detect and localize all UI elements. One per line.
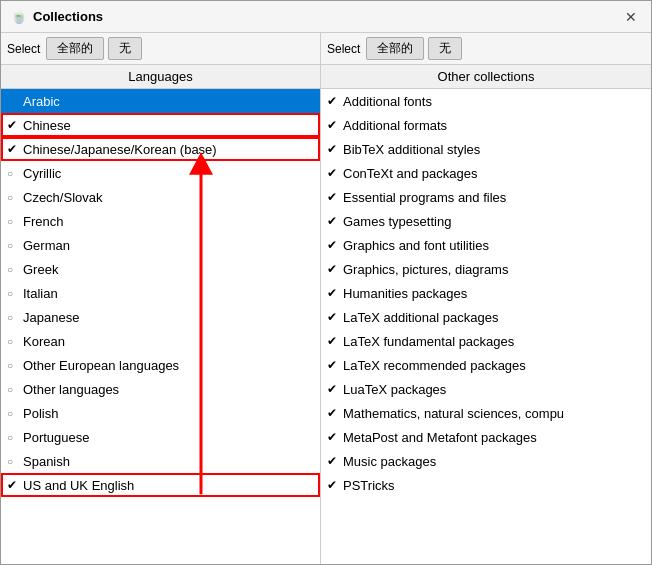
item-label: French xyxy=(23,214,314,229)
item-label: Spanish xyxy=(23,454,314,469)
left-list-item-french[interactable]: ○French xyxy=(1,209,320,233)
right-list-item-additional-formats[interactable]: ✔Additional formats xyxy=(321,113,651,137)
item-label: LaTeX fundamental packages xyxy=(343,334,645,349)
item-check-icon: ✔ xyxy=(327,286,343,300)
right-panel: Select 全部的 无 Other collections ✔Addition… xyxy=(321,33,651,564)
item-check-icon: ○ xyxy=(7,288,23,299)
item-label: US and UK English xyxy=(23,478,314,493)
right-list-item-latex-additional[interactable]: ✔LaTeX additional packages xyxy=(321,305,651,329)
left-panel: Select 全部的 无 Languages Arabic✔Chinese✔Ch… xyxy=(1,33,321,564)
left-list-item-us-uk-english[interactable]: ✔US and UK English xyxy=(1,473,320,497)
item-check-icon: ○ xyxy=(7,336,23,347)
left-toolbar: Select 全部的 无 xyxy=(1,33,320,65)
item-check-icon: ✔ xyxy=(7,142,23,156)
item-label: Music packages xyxy=(343,454,645,469)
right-panel-header: Other collections xyxy=(321,65,651,89)
left-panel-header: Languages xyxy=(1,65,320,89)
left-list-item-chinese[interactable]: ✔Chinese xyxy=(1,113,320,137)
left-list-item-portuguese[interactable]: ○Portuguese xyxy=(1,425,320,449)
item-check-icon: ✔ xyxy=(327,238,343,252)
left-list-item-japanese[interactable]: ○Japanese xyxy=(1,305,320,329)
item-check-icon: ✔ xyxy=(327,334,343,348)
right-list-item-graphics-font-utilities[interactable]: ✔Graphics and font utilities xyxy=(321,233,651,257)
item-label: Greek xyxy=(23,262,314,277)
item-label: Additional formats xyxy=(343,118,645,133)
right-list-item-music-packages[interactable]: ✔Music packages xyxy=(321,449,651,473)
item-check-icon: ✔ xyxy=(7,118,23,132)
item-label: Other European languages xyxy=(23,358,314,373)
left-list-item-german[interactable]: ○German xyxy=(1,233,320,257)
item-label: Mathematics, natural sciences, compu xyxy=(343,406,645,421)
right-list-item-latex-recommended[interactable]: ✔LaTeX recommended packages xyxy=(321,353,651,377)
main-content: Select 全部的 无 Languages Arabic✔Chinese✔Ch… xyxy=(1,33,651,564)
item-check-icon: ✔ xyxy=(327,382,343,396)
item-check-icon: ✔ xyxy=(327,166,343,180)
title-bar: 🍵 Collections ✕ xyxy=(1,1,651,33)
item-check-icon: ○ xyxy=(7,312,23,323)
close-button[interactable]: ✕ xyxy=(621,7,641,27)
item-check-icon: ○ xyxy=(7,216,23,227)
window-title: Collections xyxy=(33,9,103,24)
item-check-icon: ✔ xyxy=(327,94,343,108)
left-list: Arabic✔Chinese✔Chinese/Japanese/Korean (… xyxy=(1,89,320,564)
item-label: Humanities packages xyxy=(343,286,645,301)
item-label: Graphics, pictures, diagrams xyxy=(343,262,645,277)
title-bar-left: 🍵 Collections xyxy=(11,9,103,25)
left-list-item-spanish[interactable]: ○Spanish xyxy=(1,449,320,473)
right-list: ✔Additional fonts✔Additional formats✔Bib… xyxy=(321,89,651,564)
right-all-button[interactable]: 全部的 xyxy=(366,37,424,60)
right-list-item-pstricks[interactable]: ✔PSTricks xyxy=(321,473,651,497)
right-none-button[interactable]: 无 xyxy=(428,37,462,60)
right-list-item-humanities-packages[interactable]: ✔Humanities packages xyxy=(321,281,651,305)
item-label: Chinese xyxy=(23,118,314,133)
right-select-label: Select xyxy=(327,42,360,56)
item-label: MetaPost and Metafont packages xyxy=(343,430,645,445)
right-list-item-mathematics-sciences[interactable]: ✔Mathematics, natural sciences, compu xyxy=(321,401,651,425)
left-list-item-greek[interactable]: ○Greek xyxy=(1,257,320,281)
right-list-item-luatex-packages[interactable]: ✔LuaTeX packages xyxy=(321,377,651,401)
item-label: PSTricks xyxy=(343,478,645,493)
item-label: Essential programs and files xyxy=(343,190,645,205)
left-list-item-czech-slovak[interactable]: ○Czech/Slovak xyxy=(1,185,320,209)
right-list-item-essential-programs[interactable]: ✔Essential programs and files xyxy=(321,185,651,209)
right-list-item-latex-fundamental[interactable]: ✔LaTeX fundamental packages xyxy=(321,329,651,353)
left-list-item-other-european[interactable]: ○Other European languages xyxy=(1,353,320,377)
item-label: Chinese/Japanese/Korean (base) xyxy=(23,142,314,157)
item-check-icon: ○ xyxy=(7,408,23,419)
main-window: 🍵 Collections ✕ Select 全部的 无 Languages A… xyxy=(0,0,652,565)
left-none-button[interactable]: 无 xyxy=(108,37,142,60)
item-label: LaTeX additional packages xyxy=(343,310,645,325)
left-list-item-arabic[interactable]: Arabic xyxy=(1,89,320,113)
right-list-item-games-typesetting[interactable]: ✔Games typesetting xyxy=(321,209,651,233)
item-check-icon: ✔ xyxy=(7,478,23,492)
left-list-item-other-languages[interactable]: ○Other languages xyxy=(1,377,320,401)
right-list-item-graphics-pictures-diagrams[interactable]: ✔Graphics, pictures, diagrams xyxy=(321,257,651,281)
left-list-item-chinese-japanese-korean[interactable]: ✔Chinese/Japanese/Korean (base) xyxy=(1,137,320,161)
item-check-icon: ✔ xyxy=(327,190,343,204)
left-list-item-italian[interactable]: ○Italian xyxy=(1,281,320,305)
right-list-item-context-packages[interactable]: ✔ConTeXt and packages xyxy=(321,161,651,185)
right-list-item-bibtex-styles[interactable]: ✔BibTeX additional styles xyxy=(321,137,651,161)
right-list-item-metapost-metafont[interactable]: ✔MetaPost and Metafont packages xyxy=(321,425,651,449)
item-check-icon: ✔ xyxy=(327,406,343,420)
item-check-icon: ○ xyxy=(7,360,23,371)
item-check-icon: ○ xyxy=(7,432,23,443)
item-label: Other languages xyxy=(23,382,314,397)
item-check-icon: ✔ xyxy=(327,142,343,156)
item-check-icon: ○ xyxy=(7,456,23,467)
left-list-item-cyrillic[interactable]: ○Cyrillic xyxy=(1,161,320,185)
left-list-item-polish[interactable]: ○Polish xyxy=(1,401,320,425)
left-all-button[interactable]: 全部的 xyxy=(46,37,104,60)
item-check-icon: ✔ xyxy=(327,430,343,444)
item-check-icon: ○ xyxy=(7,192,23,203)
left-list-item-korean[interactable]: ○Korean xyxy=(1,329,320,353)
item-label: Arabic xyxy=(23,94,314,109)
item-label: Games typesetting xyxy=(343,214,645,229)
item-check-icon: ✔ xyxy=(327,310,343,324)
item-label: LuaTeX packages xyxy=(343,382,645,397)
app-icon: 🍵 xyxy=(11,9,27,25)
right-toolbar: Select 全部的 无 xyxy=(321,33,651,65)
item-check-icon: ○ xyxy=(7,168,23,179)
right-list-item-additional-fonts[interactable]: ✔Additional fonts xyxy=(321,89,651,113)
left-select-label: Select xyxy=(7,42,40,56)
